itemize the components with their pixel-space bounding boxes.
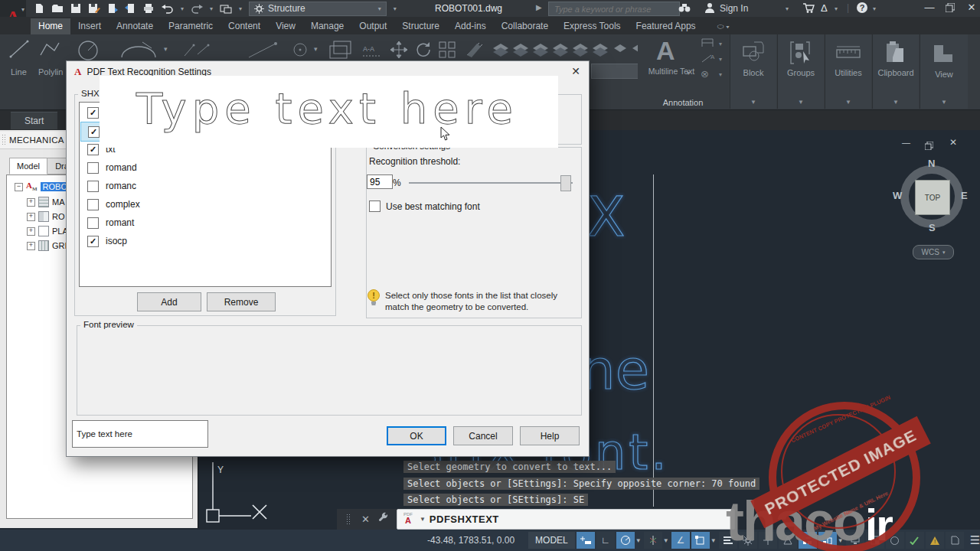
help-icon[interactable]: ? xyxy=(856,2,868,16)
collapse-icon[interactable]: − xyxy=(15,183,23,191)
move-tool-icon[interactable] xyxy=(389,40,409,63)
polar-tracking-toggle[interactable] xyxy=(616,532,635,549)
tab-insert[interactable]: Insert xyxy=(70,18,109,34)
viewcube-south[interactable]: S xyxy=(929,222,936,233)
undo-dropdown-icon[interactable]: ▾ xyxy=(181,5,184,12)
sign-in-button[interactable]: Sign In xyxy=(720,3,748,14)
multiline-text-icon[interactable]: A xyxy=(656,36,675,66)
object-snap-toggle[interactable] xyxy=(691,532,710,549)
dwg-restore-icon[interactable] xyxy=(925,139,933,153)
annotation-panel-label[interactable]: Annotation xyxy=(638,98,728,107)
panel-utilities[interactable]: Utilities▼ xyxy=(825,34,871,109)
ok-button[interactable]: OK xyxy=(387,426,446,445)
tree-row[interactable]: + GRI xyxy=(27,239,67,253)
open-from-web-mobile-icon[interactable] xyxy=(125,3,136,14)
isometric-drafting-toggle[interactable] xyxy=(644,532,662,549)
expand-icon[interactable]: + xyxy=(27,227,35,236)
save-as-icon[interactable] xyxy=(88,3,100,14)
viewcube[interactable]: N W E S TOP xyxy=(896,161,968,233)
threshold-input[interactable] xyxy=(367,174,393,189)
viewcube-west[interactable]: W xyxy=(893,190,902,201)
tab-collaborate[interactable]: Collaborate xyxy=(494,18,556,34)
customize-wrench-icon[interactable] xyxy=(377,512,389,527)
tree-row-root[interactable]: − AM ROBO xyxy=(15,180,70,194)
hatch-tool-icon[interactable] xyxy=(464,40,485,63)
customization-menu-icon[interactable]: ☰ xyxy=(970,533,979,547)
tab-manage[interactable]: Manage xyxy=(303,18,351,34)
best-match-option[interactable]: Use best matching font xyxy=(369,201,480,212)
command-options-icon[interactable]: ▼ xyxy=(420,516,426,523)
viewcube-top-face[interactable]: TOP xyxy=(915,180,950,215)
font-checkbox[interactable] xyxy=(87,199,99,210)
font-checkbox[interactable] xyxy=(87,144,99,155)
command-input[interactable]: PDFA ▼ PDFSHXTEXT xyxy=(397,509,735,530)
font-list-item[interactable]: complex xyxy=(80,195,335,214)
dwg-minimize-icon[interactable]: — xyxy=(902,138,910,147)
ortho-mode-toggle[interactable]: ∟ xyxy=(596,532,615,549)
model-space-button[interactable]: MODEL xyxy=(528,532,575,549)
leader-icon[interactable]: A xyxy=(701,53,717,66)
wcs-menu[interactable]: WCS▾ xyxy=(913,245,954,259)
dimension-style-icon[interactable] xyxy=(701,37,717,52)
new-file-icon[interactable] xyxy=(34,3,44,14)
object-snap-dropdown-icon[interactable]: ▼ xyxy=(710,537,717,544)
array-tool-icon[interactable] xyxy=(438,41,458,62)
font-list-item[interactable]: romant xyxy=(80,214,335,232)
font-checkbox[interactable] xyxy=(88,126,100,138)
workspace-switch-icon[interactable] xyxy=(220,4,232,14)
dialog-close-icon[interactable]: ✕ xyxy=(569,65,583,77)
text-scale-icon[interactable]: A-A xyxy=(361,41,384,62)
cancel-button[interactable]: Cancel xyxy=(453,426,513,445)
panel-block[interactable]: Block▼ xyxy=(730,34,776,109)
tree-row[interactable]: + MA xyxy=(27,195,65,209)
add-font-button[interactable]: Add xyxy=(137,292,201,311)
panel-clipboard[interactable]: Clipboard▼ xyxy=(872,34,919,109)
panel-view[interactable]: View▼ xyxy=(920,34,968,109)
font-checkbox[interactable] xyxy=(87,107,99,119)
redo-icon[interactable] xyxy=(191,4,203,14)
qat-customize-icon[interactable]: ▾ xyxy=(394,5,397,12)
font-checkbox[interactable] xyxy=(87,181,99,192)
snap-mode-toggle[interactable] xyxy=(577,532,595,549)
performance-warning-icon[interactable]: ! xyxy=(926,532,944,549)
command-close-icon[interactable]: ✕ xyxy=(361,514,370,525)
tab-add-ins[interactable]: Add-ins xyxy=(447,18,494,34)
tab-annotate[interactable]: Annotate xyxy=(109,18,161,34)
panel-expand-icon[interactable]: ▼ xyxy=(750,99,756,106)
object-snap-tracking-toggle[interactable]: ∠ xyxy=(671,532,690,549)
command-bar-grip[interactable]: ✕ xyxy=(337,509,397,530)
ribbon-display-toggle-icon[interactable]: ⬭ ▾ xyxy=(717,22,730,31)
tree-row[interactable]: + PLA xyxy=(27,224,68,238)
save-icon[interactable] xyxy=(70,3,81,14)
restore-button[interactable] xyxy=(946,3,955,15)
search-input[interactable] xyxy=(553,4,675,15)
polar-tracking-dropdown-icon[interactable]: ▼ xyxy=(635,537,642,544)
expand-icon[interactable]: + xyxy=(27,242,35,250)
help-search-box[interactable] xyxy=(548,2,680,16)
tab-output[interactable]: Output xyxy=(351,18,394,34)
minimize-button[interactable]: — xyxy=(921,2,938,13)
tab-view[interactable]: View xyxy=(268,18,303,34)
tab-content[interactable]: Content xyxy=(220,18,268,34)
font-checkbox[interactable] xyxy=(87,217,99,229)
table-icon[interactable]: ⊗ xyxy=(701,68,709,80)
tab-start[interactable]: Start xyxy=(11,112,57,129)
font-checkbox[interactable] xyxy=(87,162,99,174)
font-list-item[interactable]: romand xyxy=(80,158,335,177)
rotate-tool-icon[interactable] xyxy=(413,40,433,63)
arc-dropdown-icon[interactable]: ▾ xyxy=(164,45,168,53)
layer-properties-icon[interactable] xyxy=(493,41,646,62)
undo-icon[interactable] xyxy=(162,4,174,14)
search-binoculars-icon[interactable] xyxy=(678,2,691,15)
expand-icon[interactable]: + xyxy=(27,213,35,221)
tab-express-tools[interactable]: Express Tools xyxy=(556,18,628,34)
polyline-tool-label[interactable]: Polylin xyxy=(38,67,63,77)
app-store-cart-icon[interactable] xyxy=(802,2,815,15)
save-to-web-mobile-icon[interactable] xyxy=(107,3,118,14)
isometric-dropdown-icon[interactable]: ▼ xyxy=(662,537,670,544)
help-button[interactable]: Help xyxy=(520,426,580,445)
drag-grip-icon[interactable] xyxy=(346,514,351,526)
line-tool-label[interactable]: Line xyxy=(11,67,27,77)
viewcube-east[interactable]: E xyxy=(961,190,968,201)
remove-font-button[interactable]: Remove xyxy=(207,292,276,311)
